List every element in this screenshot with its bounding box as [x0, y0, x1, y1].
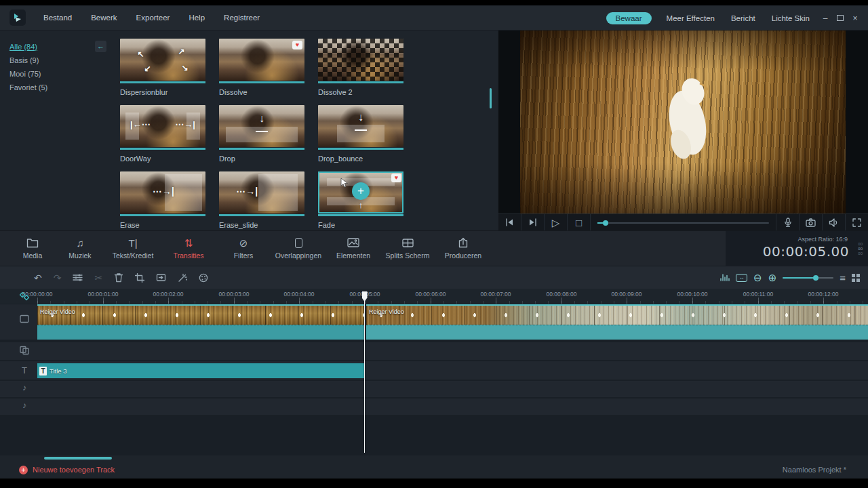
doorway-left-arrow-icon: |←⋯ — [130, 119, 151, 129]
transition-thumbnail[interactable]: ⋯→| — [120, 171, 205, 214]
menu-registreer[interactable]: Registreer — [214, 14, 269, 22]
workspace: Alle (84) Basis (9) Mooi (75) Favoriet (… — [0, 30, 868, 230]
transition-dissolve2[interactable]: Dissolve 2 — [318, 39, 403, 96]
transition-name: Drop_bounce — [318, 155, 403, 163]
save-button[interactable]: Bewaar — [606, 12, 652, 24]
transition-dissolve[interactable]: ♥ Dissolve — [219, 39, 304, 96]
magic-wand-button[interactable] — [178, 273, 187, 283]
zoom-slider-handle[interactable] — [813, 275, 818, 281]
add-transition-button[interactable]: + — [352, 182, 370, 200]
video-clip-2[interactable]: Reiger Video — [366, 304, 868, 340]
application-window: Bestand Bewerk Exporteer Help Registreer… — [0, 5, 868, 479]
timeline-ruler[interactable]: 00:00:00:00 00:00:01:00 00:00:02:00 00:0… — [0, 289, 868, 304]
arrow-se-icon: ↘ — [182, 63, 189, 73]
transition-drop[interactable]: ↓ Drop — [219, 105, 304, 163]
timeline-zoom-slider[interactable] — [783, 274, 833, 282]
transition-thumbnail[interactable]: ♥ — [219, 39, 304, 81]
clip-audio-waveform — [37, 325, 364, 340]
snapshot-camera-button[interactable] — [799, 214, 822, 231]
title-clip[interactable]: T Title 3 — [37, 363, 364, 378]
track-size-button[interactable]: ≡ — [840, 272, 846, 283]
delete-button[interactable] — [114, 272, 123, 283]
volume-speaker-button[interactable] — [822, 214, 845, 231]
category-sidebar: Alle (84) Basis (9) Mooi (75) Favoriet (… — [0, 30, 112, 230]
fullscreen-button[interactable] — [845, 214, 868, 231]
effects-scrollbar[interactable] — [490, 88, 492, 108]
transition-drop-bounce[interactable]: ↓ Drop_bounce — [318, 105, 403, 163]
preview-pane: ▷ □ — [498, 30, 868, 230]
timeline-horizontal-scrollbar[interactable] — [44, 457, 112, 460]
record-voiceover-button[interactable] — [776, 214, 799, 231]
transition-doorway[interactable]: |←⋯ ⋯→| DoorWay — [120, 105, 205, 163]
overlay-track[interactable] — [0, 342, 868, 360]
meer-effecten-link[interactable]: Meer Effecten — [658, 14, 723, 22]
thumb-underline — [318, 148, 403, 150]
menu-exporteer[interactable]: Exporteer — [127, 14, 180, 22]
transition-thumbnail-hovered[interactable]: ♥ + ↑ — [318, 171, 403, 214]
transition-thumbnail[interactable]: ↓ — [219, 105, 304, 147]
transition-erase[interactable]: ⋯→| Erase — [120, 171, 205, 229]
zoom-in-button[interactable]: ⊕ — [768, 272, 777, 283]
category-mooi[interactable]: Mooi (75) — [0, 67, 112, 81]
play-button[interactable]: ▷ — [545, 214, 568, 231]
transition-erase-slide[interactable]: ⋯→| Erase_slide — [219, 171, 304, 229]
timeline: 00:00:00:00 00:00:01:00 00:00:02:00 00:0… — [0, 289, 868, 455]
transition-thumbnail[interactable]: ↓ — [318, 105, 403, 147]
link-tracks-icon[interactable] — [19, 291, 30, 301]
category-favoriet[interactable]: Favoriet (5) — [0, 81, 112, 94]
stop-button[interactable]: □ — [568, 214, 591, 231]
transition-thumbnail[interactable] — [318, 39, 403, 81]
favorite-heart-icon[interactable]: ♥ — [292, 41, 302, 49]
app-logo-icon — [9, 9, 26, 26]
pip-track-icon — [20, 346, 30, 355]
audio-track-1[interactable] — [0, 381, 868, 397]
redo-button[interactable]: ↷ — [54, 273, 62, 283]
seek-slider[interactable] — [597, 214, 769, 231]
transition-fade[interactable]: ♥ + ↑ Fade — [318, 171, 403, 229]
clip-filmstrip: Reiger Video — [366, 304, 868, 325]
title-clip-label: Title 3 — [50, 367, 67, 375]
video-clip-1[interactable]: Reiger Video — [37, 304, 364, 340]
thumb-underline — [120, 148, 205, 150]
current-timecode: 00:00:05.00 — [763, 243, 849, 260]
category-basis[interactable]: Basis (9) — [0, 54, 112, 67]
add-track-button[interactable]: + Nieuwe toevoegen Track — [19, 466, 115, 474]
transition-dispersionblur[interactable]: ↖ ↗ ↙ ↘ Dispersionblur — [120, 39, 205, 96]
tab-produceren[interactable]: Produceren — [431, 235, 496, 260]
frame-export-button[interactable] — [156, 273, 166, 282]
transition-thumbnail[interactable]: ⋯→| — [219, 171, 304, 214]
lichte-skin-link[interactable]: Lichte Skin — [764, 14, 818, 22]
fade-up-arrow-icon: ↑ — [359, 200, 363, 210]
grid-view-button[interactable] — [852, 274, 860, 282]
audio-track-icon: ♪ — [22, 401, 26, 410]
zoom-out-button[interactable]: ⊖ — [753, 272, 762, 283]
timecode-spinner[interactable]: 00 00 00 — [858, 242, 863, 256]
favorite-heart-icon[interactable]: ♥ — [391, 174, 401, 182]
previous-frame-button[interactable] — [498, 214, 521, 231]
menu-bewerk[interactable]: Bewerk — [81, 14, 126, 22]
minimize-button[interactable]: – — [818, 14, 833, 23]
transition-thumbnail[interactable]: ↖ ↗ ↙ ↘ — [120, 39, 205, 81]
video-track-icon — [20, 314, 30, 323]
close-button[interactable]: × — [848, 14, 863, 23]
maximize-button[interactable] — [837, 15, 844, 21]
menu-help[interactable]: Help — [179, 14, 214, 22]
color-palette-button[interactable] — [199, 273, 208, 283]
split-scissors-button[interactable]: ✂ — [94, 273, 102, 283]
seek-handle[interactable] — [603, 220, 608, 226]
fit-to-timeline-button[interactable]: ↔ — [736, 274, 747, 282]
next-frame-button[interactable] — [521, 214, 545, 231]
transition-name: DoorWay — [120, 155, 205, 163]
menu-bestand[interactable]: Bestand — [34, 14, 81, 22]
video-preview — [520, 30, 846, 214]
crop-button[interactable] — [135, 273, 144, 283]
transition-name: Drop — [219, 155, 304, 163]
transition-thumbnail[interactable]: |←⋯ ⋯→| — [120, 105, 205, 147]
audio-levels-icon[interactable] — [719, 273, 730, 282]
playhead[interactable] — [364, 291, 365, 453]
undo-button[interactable]: ↶ — [34, 273, 42, 283]
bericht-link[interactable]: Bericht — [723, 14, 764, 22]
collapse-panel-button[interactable]: ← — [95, 41, 106, 52]
audio-track-2[interactable] — [0, 399, 868, 415]
mixer-button[interactable] — [73, 273, 83, 282]
